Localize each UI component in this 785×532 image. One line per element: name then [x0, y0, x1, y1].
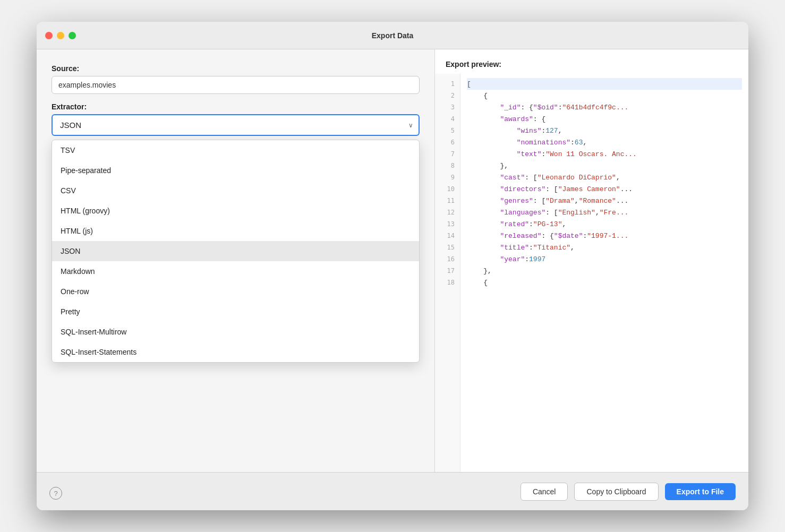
code-line-15: "title": "Titanic",: [467, 242, 742, 253]
code-token: :: [583, 232, 587, 240]
code-token: "cast": [500, 174, 525, 182]
source-section: Source:: [52, 64, 420, 94]
code-token: [467, 115, 500, 123]
code-token: "wins": [517, 127, 542, 135]
chevron-down-icon: ∨: [408, 122, 413, 129]
dialog-footer: ? Cancel Copy to Clipboard Export to Fil…: [37, 472, 748, 510]
line-num-11: 11: [435, 195, 460, 207]
line-num-12: 12: [435, 207, 460, 218]
code-line-12: "languages": ["English", "Fre...: [467, 207, 742, 218]
dropdown-item-tsv[interactable]: TSV: [52, 140, 419, 160]
code-token: "Leonardo DiCaprio": [537, 174, 616, 182]
code-editor: 1 2 3 4 5 6 7 8 9 10 11 12 13 14 15 16 1: [435, 74, 748, 472]
dropdown-item-csv[interactable]: CSV: [52, 181, 419, 201]
code-token: :: [529, 220, 533, 228]
code-token: : {: [533, 115, 545, 123]
code-line-13: "rated": "PG-13",: [467, 218, 742, 230]
close-button[interactable]: [45, 32, 53, 39]
code-line-3: "_id": {"$oid": "641b4dfc4f9c...: [467, 101, 742, 113]
code-token: "directors": [500, 185, 545, 193]
code-content: [ { "_id": {"$oid": "641b4dfc4f9c... "aw…: [460, 74, 748, 472]
code-line-8: },: [467, 160, 742, 171]
dropdown-item-html-groovy[interactable]: HTML (groovy): [52, 201, 419, 221]
code-token: 127: [545, 127, 558, 135]
code-token: [467, 244, 500, 252]
line-num-2: 2: [435, 90, 460, 101]
code-token: "_id": [500, 104, 521, 111]
code-token: :: [525, 255, 529, 263]
title-bar: Export Data: [37, 22, 748, 49]
line-num-1: 1: [435, 78, 460, 90]
code-line-7: "text": "Won 11 Oscars. Anc...: [467, 148, 742, 160]
dropdown-item-html-js[interactable]: HTML (js): [52, 221, 419, 241]
source-input[interactable]: [52, 76, 420, 94]
export-dialog: Export Data Source: Extractor: JSON ∨: [37, 22, 748, 510]
line-num-15: 15: [435, 242, 460, 253]
code-token: [: [467, 80, 471, 88]
code-token: [467, 209, 500, 217]
code-token: [467, 127, 517, 135]
code-token: [467, 150, 517, 158]
code-token: "Fre...: [600, 209, 629, 217]
cancel-button[interactable]: Cancel: [521, 483, 568, 501]
code-token: ,: [558, 127, 562, 135]
code-token: "Won 11 Oscars. Anc...: [545, 150, 637, 158]
dropdown-item-sql-statements[interactable]: SQL-Insert-Statements: [52, 342, 419, 362]
code-token: "1997-1...: [587, 232, 628, 240]
dropdown-item-pretty[interactable]: Pretty: [52, 302, 419, 322]
code-token: {: [467, 279, 488, 287]
code-token: : [: [533, 197, 545, 205]
line-num-4: 4: [435, 113, 460, 125]
code-token: "awards": [500, 115, 533, 123]
code-line-16: "year": 1997: [467, 253, 742, 265]
code-token: ,: [583, 139, 587, 147]
code-token: [467, 185, 500, 193]
dialog-title: Export Data: [372, 31, 414, 40]
code-token: 63: [575, 139, 583, 147]
code-token: "nominations": [517, 139, 570, 147]
maximize-button[interactable]: [69, 32, 76, 39]
dropdown-item-sql-multirow[interactable]: SQL-Insert-Multirow: [52, 322, 419, 342]
code-token: ,: [616, 174, 620, 182]
code-token: :: [529, 244, 533, 252]
code-token: },: [467, 162, 508, 170]
code-token: :: [558, 104, 562, 111]
code-token: "released": [500, 232, 541, 240]
dropdown-item-markdown[interactable]: Markdown: [52, 261, 419, 281]
code-token: : [: [545, 209, 558, 217]
window-controls: [45, 32, 76, 39]
code-token: :: [541, 150, 545, 158]
code-token: [467, 139, 517, 147]
code-token: : {: [521, 104, 533, 111]
code-token: [467, 197, 500, 205]
line-num-17: 17: [435, 265, 460, 277]
code-token: [467, 220, 500, 228]
extractor-select[interactable]: JSON ∨: [52, 114, 420, 136]
line-num-5: 5: [435, 125, 460, 136]
code-token: "James Cameron": [558, 185, 620, 193]
code-token: "Drama": [545, 197, 575, 205]
code-line-1: [: [467, 78, 742, 90]
code-line-17: },: [467, 265, 742, 277]
copy-to-clipboard-button[interactable]: Copy to Clipboard: [574, 483, 658, 501]
code-token: "English": [558, 209, 595, 217]
dialog-body: Source: Extractor: JSON ∨ TSV Pipe-separ…: [37, 49, 748, 472]
line-num-14: 14: [435, 230, 460, 242]
dropdown-item-one-row[interactable]: One-row: [52, 281, 419, 302]
code-line-2: {: [467, 90, 742, 101]
code-token: ,: [575, 197, 579, 205]
code-line-11: "genres": ["Drama", "Romance"...: [467, 195, 742, 207]
help-icon: ?: [54, 490, 57, 497]
code-token: [467, 104, 500, 111]
code-token: "rated": [500, 220, 529, 228]
minimize-button[interactable]: [57, 32, 64, 39]
line-num-9: 9: [435, 171, 460, 183]
dropdown-item-json[interactable]: JSON: [52, 241, 419, 261]
code-token: "PG-13": [533, 220, 562, 228]
dropdown-item-pipe[interactable]: Pipe-separated: [52, 160, 419, 181]
code-token: : [: [545, 185, 558, 193]
line-num-3: 3: [435, 101, 460, 113]
export-to-file-button[interactable]: Export to File: [665, 483, 736, 500]
code-token: 1997: [529, 255, 545, 263]
help-button[interactable]: ?: [49, 487, 62, 500]
